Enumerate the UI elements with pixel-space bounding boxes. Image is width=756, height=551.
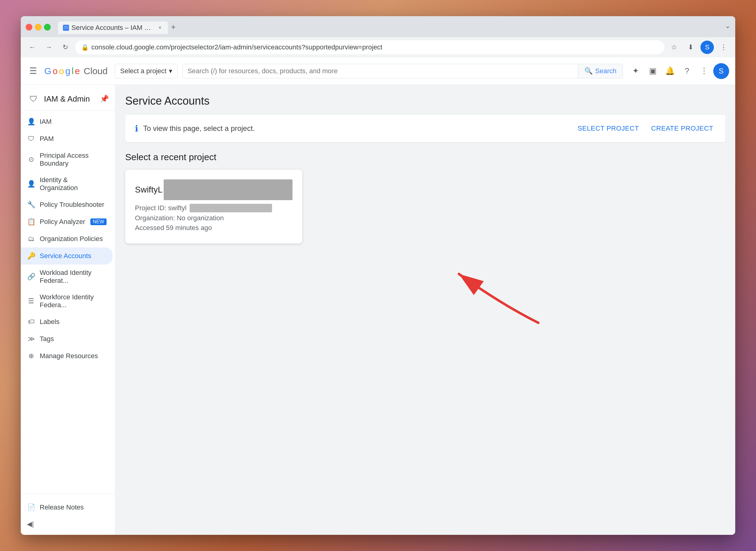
sidebar-bottom: 📄 Release Notes ◀| [21, 496, 115, 535]
bookmark-button[interactable]: ☆ [668, 41, 681, 54]
recent-projects-title: Select a recent project [125, 152, 726, 162]
sidebar-item-manage-resources[interactable]: ⊕ Manage Resources [21, 348, 113, 365]
project-card[interactable]: SwiftyL ████████ ██ █ ██ ███ Project ID:… [125, 170, 302, 243]
monitor-button[interactable]: ▣ [645, 63, 661, 79]
sidebar-item-label-troubleshooter: Policy Troubleshooter [40, 201, 106, 209]
analyzer-icon: 📋 [27, 217, 35, 226]
logo-g2: g [65, 66, 70, 76]
sidebar-pin-icon[interactable]: 📌 [100, 95, 109, 103]
release-notes-icon: 📄 [27, 503, 35, 512]
sidebar-item-label-iam: IAM [40, 118, 106, 126]
browser-tabs: 🛡 Service Accounts – IAM & Ad... × + [58, 20, 178, 34]
pam-icon: 🛡 [27, 134, 35, 143]
collapse-sidebar-button[interactable]: ◀| [21, 516, 115, 532]
workload-identity-icon: 🔗 [27, 272, 35, 281]
project-id-blurred: ████ █ █████ ██ ███ [190, 204, 272, 212]
project-selector-chevron: ▾ [169, 67, 172, 75]
sidebar-shield-icon: 🛡 [27, 92, 40, 105]
sidebar-item-policy-analyzer[interactable]: 📋 Policy Analyzer NEW [21, 213, 113, 230]
app-body: ☰ Google Cloud Select a project ▾ 🔍 Sear… [21, 57, 735, 535]
project-id-label: Project ID: swiftyl [135, 204, 187, 212]
close-traffic-light[interactable] [26, 24, 32, 30]
sidebar-item-labels[interactable]: 🏷 Labels [21, 313, 113, 331]
main-content: 🛡 IAM & Admin 📌 👤 IAM 🛡 PAM ⊙ P [21, 85, 735, 535]
info-banner-actions: SELECT PROJECT CREATE PROJECT [575, 122, 716, 135]
active-tab[interactable]: 🛡 Service Accounts – IAM & Ad... × [58, 21, 168, 34]
iam-icon: 👤 [27, 117, 35, 126]
browser-window: 🛡 Service Accounts – IAM & Ad... × + ⌄ ←… [21, 16, 735, 535]
sidebar-item-iam[interactable]: 👤 IAM [21, 113, 113, 130]
info-banner: ℹ To view this page, select a project. S… [125, 115, 726, 142]
sidebar-item-service-accounts[interactable]: 🔑 Service Accounts [21, 247, 113, 264]
sidebar-item-label-pab: Principal Access Boundary [40, 152, 106, 167]
logo-o2: o [59, 66, 64, 76]
sidebar-item-tags[interactable]: ≫ Tags [21, 331, 113, 348]
search-button[interactable]: 🔍 Search [578, 64, 622, 78]
sidebar-header: 🛡 IAM & Admin 📌 [21, 85, 115, 111]
pab-icon: ⊙ [27, 155, 35, 164]
project-selector[interactable]: Select a project ▾ [115, 64, 177, 78]
sidebar-item-label-manage-resources: Manage Resources [40, 352, 106, 360]
maximize-traffic-light[interactable] [44, 24, 51, 30]
page-content: Service Accounts ℹ To view this page, se… [115, 85, 735, 535]
back-button[interactable]: ← [26, 41, 39, 54]
top-nav: ☰ Google Cloud Select a project ▾ 🔍 Sear… [21, 57, 735, 85]
browser-more-button[interactable]: ⋮ [717, 41, 730, 54]
help-button[interactable]: ? [679, 63, 695, 79]
search-input[interactable] [183, 64, 578, 78]
sidebar-item-org-policies[interactable]: 🗂 Organization Policies [21, 230, 113, 247]
tab-label: Service Accounts – IAM & Ad... [71, 24, 155, 32]
arrow-annotation [125, 243, 726, 335]
sidebar-divider [21, 494, 115, 494]
spark-button[interactable]: ✦ [628, 63, 644, 79]
sidebar: 🛡 IAM & Admin 📌 👤 IAM 🛡 PAM ⊙ P [21, 85, 115, 535]
logo-e: e [75, 66, 80, 76]
search-button-label: Search [595, 67, 616, 75]
project-name-blurred: ████████ ██ █ ██ ███ [164, 179, 292, 200]
hamburger-menu[interactable]: ☰ [27, 63, 39, 78]
search-icon: 🔍 [584, 67, 593, 75]
project-selector-label: Select a project [120, 67, 167, 75]
collapse-icon: ◀| [27, 520, 34, 528]
url-text: console.cloud.google.com/projectselector… [91, 43, 382, 51]
project-org: Organization: No organization [135, 214, 292, 222]
browser-expand-icon[interactable]: ⌄ [725, 22, 730, 30]
sidebar-item-policy-troubleshooter[interactable]: 🔧 Policy Troubleshooter [21, 196, 113, 213]
sidebar-item-release-notes[interactable]: 📄 Release Notes [21, 499, 113, 516]
forward-button[interactable]: → [42, 41, 55, 54]
more-options-button[interactable]: ⋮ [696, 63, 712, 79]
logo-l: l [71, 66, 73, 76]
sidebar-nav: 👤 IAM 🛡 PAM ⊙ Principal Access Boundary … [21, 111, 115, 491]
sidebar-item-label-workload: Workload Identity Federat... [40, 269, 106, 285]
sidebar-item-label-org-policies: Organization Policies [40, 235, 106, 243]
minimize-traffic-light[interactable] [35, 24, 41, 30]
download-button[interactable]: ⬇ [684, 41, 697, 54]
sidebar-item-identity-org[interactable]: 👤 Identity & Organization [21, 172, 113, 196]
sidebar-item-pab[interactable]: ⊙ Principal Access Boundary [21, 147, 113, 172]
browser-chrome: 🛡 Service Accounts – IAM & Ad... × + ⌄ [21, 16, 735, 37]
google-cloud-logo: Google Cloud [44, 66, 107, 76]
sidebar-item-workforce-identity[interactable]: ☰ Workforce Identity Federa... [21, 289, 113, 313]
user-avatar[interactable]: S [713, 63, 729, 79]
url-bar[interactable]: 🔒 console.cloud.google.com/projectselect… [75, 40, 665, 54]
tab-close-button[interactable]: × [157, 25, 163, 31]
project-name-prefix: SwiftyL [135, 185, 163, 195]
sidebar-title: IAM & Admin [44, 94, 96, 104]
logo-o1: o [52, 66, 58, 76]
sidebar-item-pam[interactable]: 🛡 PAM [21, 130, 113, 147]
info-banner-text: To view this page, select a project. [143, 124, 570, 133]
project-accessed: Accessed 59 minutes ago [135, 224, 292, 232]
new-tab-button[interactable]: + [169, 20, 178, 34]
profile-avatar[interactable]: S [701, 41, 714, 54]
sidebar-item-label-release-notes: Release Notes [40, 503, 106, 511]
select-project-button[interactable]: SELECT PROJECT [575, 122, 642, 135]
manage-resources-icon: ⊕ [27, 352, 35, 360]
refresh-button[interactable]: ↻ [59, 41, 72, 54]
create-project-button[interactable]: CREATE PROJECT [649, 122, 716, 135]
sidebar-item-label-tags: Tags [40, 335, 106, 343]
labels-icon: 🏷 [27, 318, 35, 326]
notification-button[interactable]: 🔔 [662, 63, 678, 79]
sidebar-item-label-analyzer: Policy Analyzer [40, 218, 86, 226]
logo-cloud: Cloud [81, 66, 108, 76]
sidebar-item-workload-identity[interactable]: 🔗 Workload Identity Federat... [21, 264, 113, 289]
